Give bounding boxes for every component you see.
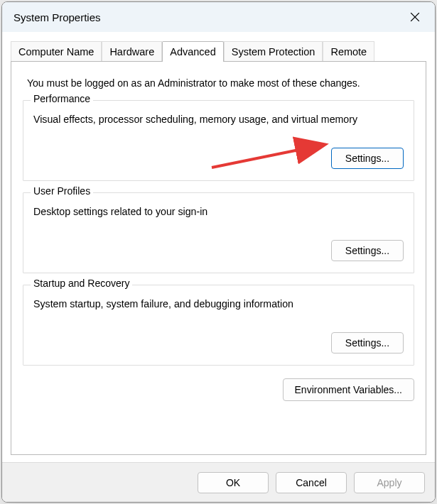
startup-recovery-group: Startup and Recovery System startup, sys… xyxy=(23,285,414,366)
user-profiles-legend: User Profiles xyxy=(31,185,93,197)
environment-variables-button[interactable]: Environment Variables... xyxy=(283,378,414,401)
user-profiles-settings-button[interactable]: Settings... xyxy=(331,240,404,261)
tab-computer-name[interactable]: Computer Name xyxy=(11,41,102,62)
close-icon xyxy=(410,12,420,22)
tab-hardware[interactable]: Hardware xyxy=(102,41,162,62)
titlebar: System Properties xyxy=(2,2,435,32)
startup-recovery-legend: Startup and Recovery xyxy=(31,278,132,289)
cancel-button[interactable]: Cancel xyxy=(276,472,347,493)
tab-remote[interactable]: Remote xyxy=(323,41,374,62)
admin-warning-text: You must be logged on as an Administrato… xyxy=(27,77,414,89)
startup-recovery-desc: System startup, system failure, and debu… xyxy=(33,298,404,309)
tab-strip: Computer Name Hardware Advanced System P… xyxy=(2,32,435,61)
startup-recovery-settings-button[interactable]: Settings... xyxy=(331,332,404,354)
performance-legend: Performance xyxy=(31,93,93,104)
system-properties-dialog: System Properties Computer Name Hardware… xyxy=(1,1,436,503)
dialog-footer: OK Cancel Apply xyxy=(2,462,435,502)
window-title: System Properties xyxy=(14,11,101,23)
apply-button[interactable]: Apply xyxy=(354,472,425,493)
ok-button[interactable]: OK xyxy=(198,472,269,493)
performance-desc: Visual effects, processor scheduling, me… xyxy=(33,114,404,125)
tab-advanced[interactable]: Advanced xyxy=(162,41,224,62)
performance-group: Performance Visual effects, processor sc… xyxy=(23,100,414,181)
performance-settings-button[interactable]: Settings... xyxy=(331,148,404,169)
user-profiles-group: User Profiles Desktop settings related t… xyxy=(23,192,414,273)
user-profiles-desc: Desktop settings related to your sign-in xyxy=(33,206,404,217)
tab-content-advanced: You must be logged on as an Administrato… xyxy=(11,61,426,455)
close-button[interactable] xyxy=(399,5,431,29)
tab-system-protection[interactable]: System Protection xyxy=(224,41,323,62)
